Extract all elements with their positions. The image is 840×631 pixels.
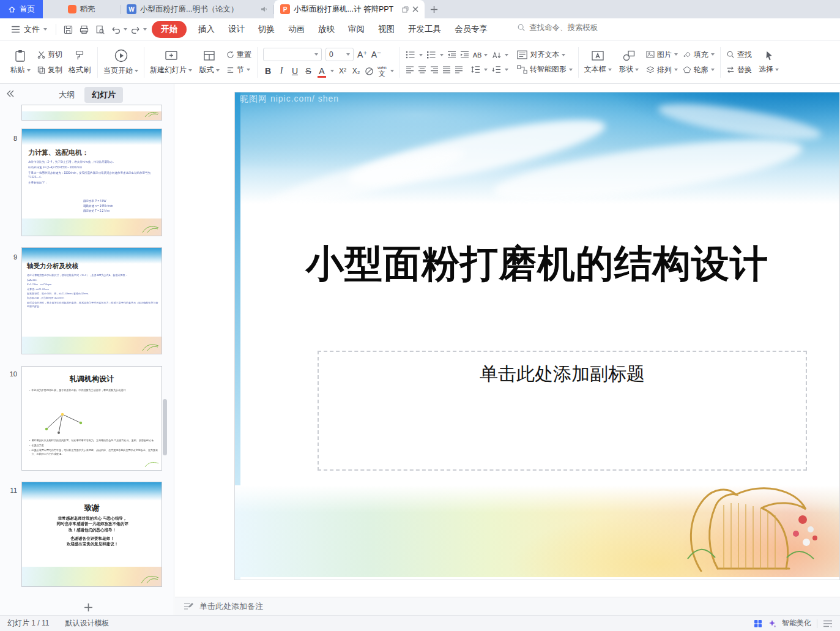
align-center-button[interactable] [418, 66, 426, 73]
tab-slides[interactable]: 幻灯片 [84, 87, 123, 103]
redo-caret-icon[interactable] [143, 28, 147, 31]
align-left-button[interactable] [406, 66, 414, 73]
numbered-list-button[interactable] [426, 51, 436, 59]
shrink-font-button[interactable]: A⁻ [371, 50, 382, 59]
document-tab-writer[interactable]: W 小型面粉打磨...明书（论文） [121, 0, 273, 18]
font-color-caret-icon[interactable] [330, 70, 334, 72]
docer-tab[interactable]: 稻壳 [43, 0, 120, 18]
find-button[interactable]: 查找 [726, 50, 752, 60]
start-caret-icon [135, 70, 138, 72]
justify-button[interactable] [442, 66, 451, 73]
menu-item-transition[interactable]: 切换 [258, 21, 275, 38]
outline-button[interactable]: 轮廓 [683, 65, 715, 75]
undo-button[interactable] [108, 22, 124, 37]
menu-item-start[interactable]: 开始 [152, 21, 187, 38]
font-color-button[interactable]: A [317, 66, 327, 76]
shapes-button[interactable]: 形状 [617, 50, 641, 75]
save-button[interactable] [60, 22, 76, 37]
sort-caret-icon[interactable] [505, 54, 508, 56]
slide-10-title: 轧调机构设计 [22, 374, 162, 384]
sidebar-scrollbar[interactable] [163, 399, 167, 455]
to-smartart-button[interactable]: 转智能图形 [517, 64, 573, 75]
subscript-button[interactable]: X₂ [351, 67, 361, 75]
menu-item-view[interactable]: 视图 [378, 21, 395, 38]
search-input[interactable] [529, 23, 627, 32]
file-menu-button[interactable]: 文件 [6, 24, 52, 35]
font-group: 0 A⁺ A⁻ B I U S A X² X₂ wén文 [258, 41, 400, 83]
menu-item-member[interactable]: 会员专享 [455, 21, 488, 38]
tab-outline[interactable]: 大纲 [54, 87, 80, 103]
distribute-button[interactable] [455, 66, 463, 73]
bullet-list-button[interactable] [406, 51, 415, 59]
section-button[interactable]: 节 [226, 65, 251, 75]
redo-button[interactable] [127, 22, 143, 37]
current-slide[interactable]: 昵图网 nipic.com/ shen 小型面粉打磨机的结构设计 单击 [234, 92, 840, 580]
start-from-page-button[interactable]: 当页开始 [103, 48, 138, 76]
arrange-icon [646, 66, 655, 73]
format-painter-button[interactable]: 格式刷 [67, 49, 92, 75]
grow-font-button[interactable]: A⁺ [357, 50, 368, 59]
align-text-button[interactable]: 对齐文本 [517, 50, 565, 60]
paragraph-spacing-button[interactable] [491, 65, 501, 73]
slide-10-thumbnail[interactable]: 轧调机构设计 本机构为平面四杆机构，属于双摇杆机构。中间摇臂为主动摇杆，磨辊摇臂… [21, 366, 162, 471]
textbox-button[interactable]: 文本框 [584, 50, 612, 75]
align-right-button[interactable] [430, 66, 439, 73]
subtitle-placeholder-box[interactable]: 单击此处添加副标题 [318, 351, 807, 471]
increase-indent-button[interactable] [460, 51, 469, 59]
sort-button[interactable] [491, 51, 501, 59]
paste-button[interactable]: 粘贴 [8, 49, 32, 75]
numbered-list-caret-icon[interactable] [440, 54, 444, 56]
text-direction-button[interactable]: AB [473, 51, 488, 59]
slide-8-thumbnail[interactable]: 力计算、选配电机： 皮带传动比为：2~4，为了防止打滑，增大带轮包角，传动比尽量… [21, 129, 162, 236]
menu-item-design[interactable]: 设计 [228, 21, 245, 38]
strikethrough-button[interactable]: S [303, 66, 313, 76]
template-name[interactable]: 默认设计模板 [65, 618, 109, 629]
paragraph-spacing-caret-icon[interactable] [505, 69, 508, 71]
slide-7-thumbnail-partial[interactable] [21, 105, 162, 121]
fill-button[interactable]: 填充 [683, 50, 715, 60]
popout-window-icon[interactable] [402, 6, 409, 13]
new-tab-button[interactable] [425, 0, 443, 18]
menu-item-slideshow[interactable]: 放映 [318, 21, 335, 38]
beautify-grid-icon[interactable] [754, 619, 762, 628]
arrange-button[interactable]: 排列 [646, 65, 678, 75]
decrease-indent-button[interactable] [447, 51, 456, 59]
new-slide-button[interactable]: 新建幻灯片 [150, 49, 192, 75]
add-slide-button[interactable] [81, 600, 95, 614]
font-size-combo[interactable]: 0 [325, 48, 354, 61]
clear-format-icon[interactable] [365, 67, 374, 76]
collapse-panel-button[interactable] [6, 90, 15, 97]
underline-button[interactable]: U [290, 66, 300, 76]
font-name-combo[interactable] [263, 48, 322, 61]
line-spacing-caret-icon[interactable] [484, 69, 488, 71]
picture-button[interactable]: 图片 [646, 50, 678, 60]
view-options-icon[interactable] [823, 620, 833, 627]
italic-button[interactable]: I [277, 66, 286, 76]
copy-button[interactable]: 复制 [37, 65, 62, 75]
print-preview-button[interactable] [92, 22, 108, 37]
replace-button[interactable]: 替换 [726, 65, 752, 75]
pinyin-guide-button[interactable]: wén文 [377, 65, 387, 77]
home-tab[interactable]: 首页 [0, 0, 43, 18]
bullet-list-caret-icon[interactable] [419, 54, 423, 56]
superscript-button[interactable]: X² [338, 67, 348, 75]
document-tab-presentation-active[interactable]: P 小型面粉打磨机...计 答辩PPT [274, 0, 425, 18]
reset-button[interactable]: 重置 [226, 50, 251, 60]
bold-button[interactable]: B [263, 66, 273, 76]
select-button[interactable]: 选择 [757, 50, 781, 75]
slide-title-text[interactable]: 小型面粉打磨机的结构设计 [235, 238, 839, 289]
menu-item-devtools[interactable]: 开发工具 [408, 21, 441, 38]
layout-button[interactable]: 版式 [197, 49, 221, 75]
close-icon[interactable] [412, 6, 418, 12]
beautify-label[interactable]: 智能美化 [782, 618, 811, 629]
menu-item-review[interactable]: 审阅 [348, 21, 365, 38]
print-button[interactable] [76, 22, 92, 37]
menu-item-insert[interactable]: 插入 [198, 21, 215, 38]
notes-bar[interactable]: 单击此处添加备注 [175, 597, 840, 615]
cut-button[interactable]: 剪切 [37, 50, 62, 60]
slide-9-thumbnail[interactable]: 轴受力分析及校核 经过计算最薄弱处的结构尺寸，根据扭转剪切式（15-2），查得强… [21, 247, 162, 354]
line-spacing-button[interactable] [470, 65, 480, 73]
menu-item-animation[interactable]: 动画 [288, 21, 305, 38]
command-search[interactable] [517, 23, 627, 32]
slide-11-thumbnail[interactable]: 致谢 非常感谢老师对我的关心 与悉心指导， 同时也非常感谢曾一凡老师孜孜不倦的评… [21, 482, 162, 587]
